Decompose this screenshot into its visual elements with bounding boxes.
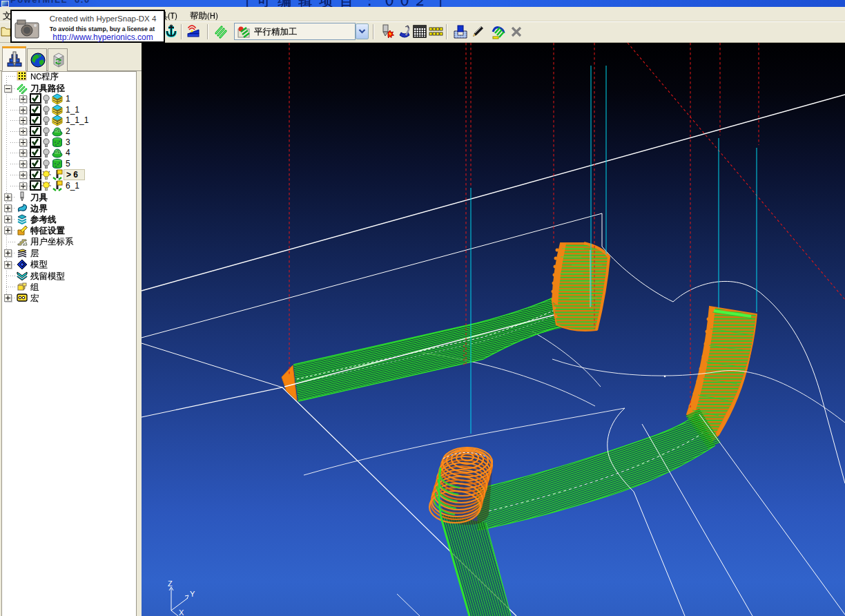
svg-text:X: X	[179, 608, 184, 616]
svg-text:Z: Z	[168, 579, 173, 588]
svg-text:Y: Y	[190, 590, 195, 598]
